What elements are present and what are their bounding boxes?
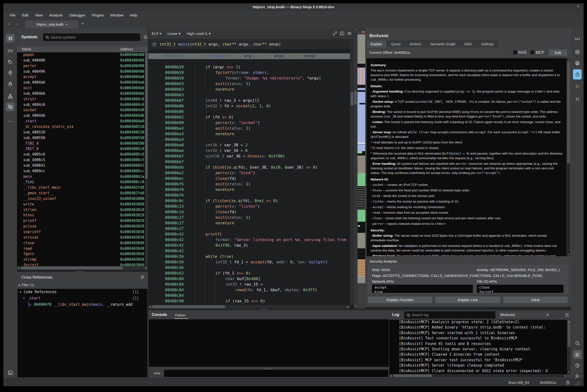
explain-line-button[interactable]: Explain Line [435,296,500,304]
symbol-row[interactable]: exit0x0004004b0 [17,86,145,91]
symbol-row[interactable]: strcmp0x000403058 [17,257,145,263]
symbol-row[interactable]: sub_4009cc0x0004009cc [17,168,145,174]
log-icon[interactable] [573,350,582,359]
menu-edit[interactable]: Edit [22,13,28,17]
printer-icon[interactable] [573,59,582,67]
symbol-row[interactable]: strlen0x000403010 [17,208,145,213]
symbol-row[interactable]: strstr0x0004004c0 [17,97,145,102]
history-icon[interactable] [573,361,582,370]
code-line[interactable]: 00400baeint32_t var_34 = 0 [148,148,350,154]
clear-button[interactable]: Clear [503,296,568,304]
code-line[interactable]: 00400b39if (argc s<= 1) [148,65,350,70]
menu-analysis[interactable]: Analysis [49,13,63,17]
log-search-input[interactable]: Search log [404,311,495,318]
terminal-icon[interactable] [6,368,15,377]
symbol-row[interactable]: sub_4004b60x0004004b6 [17,91,145,97]
edit-button[interactable]: Edit [548,49,567,56]
sidebar-locations-icon[interactable] [6,68,15,77]
binassist-tab-explain[interactable]: Explain [366,40,386,48]
symbols-xrefs-splitter[interactable]: •••••• [76,270,84,272]
symbols-horizontal-scrollbar[interactable]: ◀▶ [17,266,148,270]
search-icon[interactable] [573,339,582,348]
symbol-row[interactable]: sub_4004860x000400486 [17,58,145,64]
menu-file[interactable]: File [10,13,16,17]
log-filter-dropdown[interactable]: BinAssist▾ [498,311,551,318]
symbol-row[interactable]: strncat0x000403038 [17,235,145,240]
menu-help[interactable]: Help [130,13,137,17]
symbol-row[interactable]: snprintf0x000403030 [17,230,145,235]
back-icon[interactable]: ← [7,21,11,26]
close-icon[interactable]: × [577,4,579,9]
code-line[interactable]: 00400c42format: "Server listening on por… [148,238,350,243]
format-selector[interactable]: ELF ▾ [152,32,161,36]
code-line[interactable]: 00400be2perror(s: "bind") [148,170,350,176]
code-line[interactable]: 00400c84char buf[0x400] [148,276,350,282]
code-console-splitter[interactable]: •••••• [260,308,268,310]
symbol-row[interactable]: sub_4004a60x0004004a6 [17,80,145,86]
symbol-row[interactable]: __isoc23_sscanf0x000403000 [17,196,145,202]
code-line[interactable]: 00400c42printf( [148,232,350,238]
binassist-tab-rag[interactable]: RAG [460,40,476,48]
sidebar-symbols-icon[interactable] [6,34,15,43]
code-line[interactable]: 00400b92if (fd s< 0) [148,115,350,120]
code-line[interactable]: 00400b86int32_t fd = socket(2, 1, 0) [148,104,350,109]
code-line[interactable]: 00400c62if (fd_1 s>= 0) [148,271,350,276]
code-line[interactable]: 00400bf6 [148,193,350,198]
code-line[interactable]: 00400c13perror(s: "listen") [148,204,350,210]
il-selector[interactable]: High Level IL ▾ [187,32,211,36]
code-line[interactable]: 00400c0cif (listen(zx.q(fd), 0xa) s< 0) [148,198,350,204]
code-line[interactable]: 00400bbfuint16_t var_36 = htons(x: 0x1f9… [148,154,350,160]
code-line[interactable]: 00400b63noreturn [148,87,350,92]
symbol-row[interactable]: printf0x000403020 [17,218,145,224]
code-line[interactable]: 00400ba8int16_t var_38 = 2 [148,143,350,148]
code-line[interactable]: 00400c27noreturn [148,221,350,226]
binassist-tab-actions[interactable]: Actions [405,40,425,48]
rag-checkbox[interactable]: RAG [513,50,527,55]
column-name[interactable]: Name [22,47,31,51]
stack-view-icon[interactable] [573,48,582,56]
sidebar-transform-icon[interactable] [6,102,15,111]
symbol-row[interactable]: read0x000403048 [17,246,145,252]
symbol-row[interactable]: __libc_start_main0x000402fd8 [17,185,145,191]
scroll-up-icon[interactable]: ▲ [355,28,357,31]
pin-icon[interactable] [140,275,145,280]
symbol-row[interactable]: __gmon_start__0x000402fe0 [17,191,145,196]
code-line[interactable]: 00400ba3 [148,137,350,143]
binassist-tab-query[interactable]: Query [387,40,405,48]
forward-icon[interactable]: → [15,21,19,26]
code-line[interactable]: 00400bdbif (bind(zx.q(fd), &var_38, 0x10… [148,165,350,170]
view-menu-icon[interactable] [347,31,351,35]
sidebar-tags-icon[interactable] [6,58,15,66]
code-line[interactable]: 00400bf6noreturn [148,187,350,193]
sidebar-more-icon[interactable] [6,117,15,126]
menu-debugger[interactable]: Debugger [69,13,85,17]
symbol-row[interactable]: main0x000400b1a [17,174,145,180]
code-line[interactable]: 00400c84int32_t rax_15 = [148,282,350,288]
code-line[interactable]: 00400bbf [148,160,350,165]
sidebar-graph-icon[interactable] [6,92,15,100]
code-line[interactable]: 00400b59format: "Usage: %s <directory>\n… [148,76,350,82]
code-horizontal-scrollbar[interactable]: ◀▶ [148,305,350,309]
symbol-row[interactable]: close0x000403040 [17,240,145,246]
tab-python[interactable]: Python [175,313,186,317]
link-icon[interactable] [333,31,337,35]
code-line[interactable]: 00400c27exit(status: 1) [148,215,350,221]
symbol-row[interactable]: socket0x0004004d0 [17,108,145,113]
symbol-row[interactable]: sub_4005500x000400550 [17,136,145,141]
menu-plugins[interactable]: Plugins [92,13,104,17]
console-input[interactable] [164,370,388,377]
code-line[interactable]: 00400b86 [148,109,350,115]
selected-line[interactable]: 00400b1a int32_t main(int32_t argc, char… [148,53,354,59]
symbol-row[interactable]: accept0x0004004a0 [17,74,145,80]
symbol-row[interactable]: htons0x000403018 [17,213,145,218]
xrefs-filter-toggle[interactable]: ▸ Filter (1) [19,283,34,287]
symbols-search-input[interactable]: Search symbols [43,34,140,41]
symbol-row[interactable]: fgets0x000403050 [17,252,145,257]
lock-icon[interactable] [566,380,570,384]
log-menu-icon[interactable] [565,313,569,318]
sidebar-debugger-icon[interactable] [6,80,15,88]
code-line[interactable]: 00400ba3exit(status: 1) [148,126,350,132]
memory-map-icon[interactable] [573,82,582,90]
code-line[interactable]: 00400c84read(fd: fd_1, &buf, nbytes: 0x3… [148,288,350,293]
symbol-row[interactable]: sub_4006c50x0004006c5 [17,158,145,163]
